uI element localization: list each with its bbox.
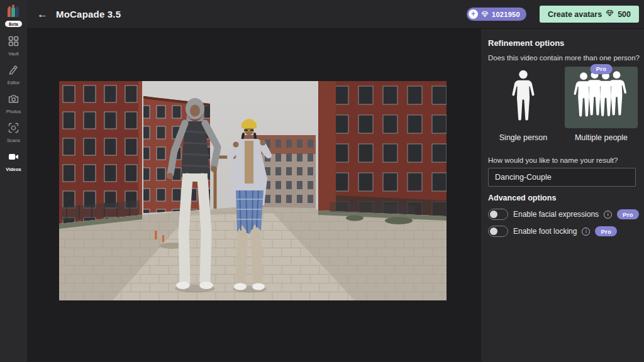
advanced-options-heading: Advanced options [488, 194, 556, 202]
pro-badge: Pro [595, 226, 617, 236]
sidebar-item-photos[interactable]: Photos [6, 94, 21, 114]
sidebar-nav: Vault Editor Photos [6, 36, 21, 180]
multiple-people-silhouette-icon [572, 70, 630, 122]
credits-amount: 1021950 [492, 11, 520, 18]
refinement-panel: Refinement options Does this video conta… [481, 29, 644, 362]
camera-icon [8, 94, 19, 107]
ruler-pencil-icon [8, 65, 19, 78]
grid-icon [8, 36, 19, 49]
foot-locking-toggle[interactable] [488, 226, 508, 237]
person-count-question: Does this video contain more than one pe… [488, 54, 640, 62]
app-logo[interactable]: Beta [5, 4, 22, 27]
pro-badge: Pro [617, 209, 639, 219]
arrow-left-icon: ← [37, 8, 48, 20]
plus-circle-icon[interactable]: + [469, 9, 478, 19]
result-name-input[interactable] [488, 168, 636, 187]
option-label-single: Single person [488, 133, 558, 142]
sidebar-item-vault[interactable]: Vault [8, 36, 19, 57]
option-label-multiple: Multiple people [565, 133, 638, 142]
single-person-silhouette-icon [510, 70, 536, 125]
sidebar-item-label: Photos [6, 109, 21, 114]
scan-icon [8, 123, 19, 136]
facial-expressions-label: Enable facial expressions [513, 210, 599, 219]
create-avatars-label: Create avatars [548, 10, 602, 19]
toggle-knob [490, 211, 497, 218]
sidebar: Beta Vault [0, 0, 27, 362]
back-button[interactable]: ← [37, 9, 48, 19]
video-scene-illustration [59, 81, 447, 300]
create-avatars-button[interactable]: Create avatars 500 [540, 6, 639, 23]
mocapade-logo-icon [6, 4, 20, 19]
info-icon[interactable]: i [604, 211, 612, 219]
gem-icon [481, 9, 489, 20]
sidebar-item-label: Videos [6, 167, 21, 172]
toggle-row-foot-locking: Enable foot locking i Pro [488, 225, 617, 238]
name-question-label: How would you like to name your result? [488, 156, 618, 164]
option-single-person[interactable] [488, 67, 558, 128]
create-avatars-cost: 500 [618, 10, 631, 19]
credits-badge[interactable]: + 1021950 [467, 8, 526, 21]
app-window: Beta Vault [0, 0, 644, 362]
sidebar-item-label: Editor [8, 80, 20, 85]
refinement-heading: Refinement options [488, 38, 564, 48]
option-multiple-people[interactable]: Pro [565, 67, 638, 128]
main-content [27, 29, 481, 362]
beta-badge: Beta [5, 21, 22, 27]
info-icon[interactable]: i [582, 228, 590, 236]
sidebar-item-editor[interactable]: Editor [8, 65, 20, 85]
video-preview [59, 81, 447, 300]
sidebar-item-label: Vault [8, 51, 19, 57]
page-title: MoCapade 3.5 [56, 9, 121, 19]
foot-locking-label: Enable foot locking [513, 227, 577, 236]
sidebar-item-label: Scans [7, 138, 20, 143]
facial-expressions-toggle[interactable] [488, 209, 508, 220]
toggle-row-facial-expressions: Enable facial expressions i Pro [488, 208, 639, 221]
toggle-knob [490, 228, 497, 235]
sidebar-item-videos[interactable]: Videos [6, 151, 21, 172]
sidebar-item-scans[interactable]: Scans [7, 123, 20, 143]
topbar: ← MoCapade 3.5 + 1021950 Create avatars [27, 0, 644, 29]
gem-icon [606, 9, 614, 19]
pro-badge: Pro [591, 62, 613, 74]
video-camera-icon [8, 151, 19, 165]
